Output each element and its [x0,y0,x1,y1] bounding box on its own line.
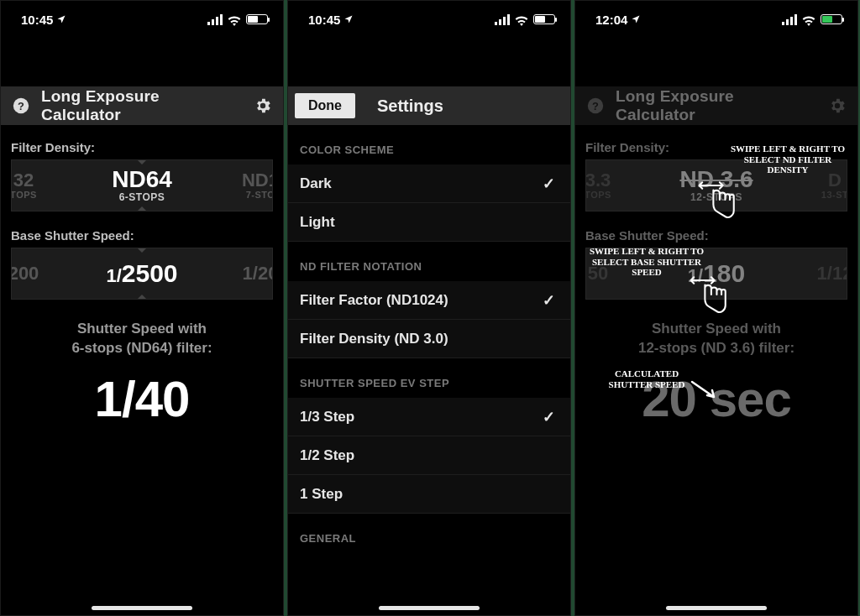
section-general: GENERAL [288,514,570,553]
filter-density-label: Filter Density: [11,140,273,154]
section-color-scheme: COLOR SCHEME [288,125,570,164]
filter-selected: ND64 6-STOPS [112,168,172,203]
base-shutter-label: Base Shutter Speed: [585,228,847,243]
status-time: 10:45 [308,13,340,27]
base-shutter-picker[interactable]: 50 1/180 1/12 [585,248,847,300]
filter-density-label: Filter Density: [585,140,847,154]
battery-icon [533,14,555,24]
screen-calculator: 10:45 ? Long Exposure Calculator [0,0,284,616]
app-title: Long Exposure Calculator [41,87,243,124]
section-nd-notation: ND FILTER NOTATION [288,242,570,281]
help-button[interactable]: ? [9,94,33,117]
filter-prev: 32 TOPS [11,160,57,211]
settings-navbar: Done Settings [288,86,570,125]
checkmark-icon: ✓ [543,291,555,310]
settings-button[interactable] [251,94,275,117]
filter-density-picker[interactable]: 3.3 TOPS ND 3.6 12-STOPS D 13-ST [585,159,847,211]
home-indicator[interactable] [379,606,480,610]
status-time: 12:04 [595,13,627,27]
option-label: Light [300,214,335,231]
option-filter-density[interactable]: Filter Density (ND 3.0) [288,320,570,358]
result-value: 1/40 [11,370,273,428]
option-label: Dark [300,175,332,192]
shutter-next: 1/20 [227,248,273,299]
filter-next: ND1 7-STO [227,160,273,211]
option-filter-factor[interactable]: Filter Factor (ND1024) ✓ [288,281,570,320]
filter-selected: ND 3.6 12-STOPS [679,168,752,203]
shutter-next: 1/12 [801,248,847,299]
status-bar: 12:04 [575,1,857,38]
option-label: Filter Density (ND 3.0) [300,331,448,347]
option-label: Filter Factor (ND1024) [300,292,448,309]
cellular-signal-icon [207,14,223,25]
settings-button[interactable] [826,94,849,117]
status-bar: 10:45 [288,1,570,38]
status-time: 10:45 [21,13,53,27]
battery-charging-icon [821,14,842,24]
filter-next: D 13-ST [801,160,847,211]
battery-icon [246,14,268,24]
screen-settings: 10:45 Done Settings COLOR SCHEME Dark ✓ [287,0,571,616]
checkmark-icon: ✓ [543,408,555,426]
help-button[interactable]: ? [584,94,607,117]
wifi-icon [802,14,815,24]
app-bar: ? Long Exposure Calculator [575,86,857,125]
shutter-prev: 200 [11,248,57,299]
filter-density-picker[interactable]: 32 TOPS ND64 6-STOPS ND1 7-STO [11,159,273,211]
option-full-step[interactable]: 1 Step [288,475,570,514]
result-value: 20 sec [585,370,847,428]
result-label: Shutter Speed with6-stops (ND64) filter: [11,320,273,358]
option-label: 1/2 Step [300,447,354,464]
option-third-step[interactable]: 1/3 Step ✓ [288,398,570,436]
option-half-step[interactable]: 1/2 Step [288,436,570,475]
screen-tutorial: 12:04 ? Long Exposure Calculator [574,0,858,616]
home-indicator[interactable] [92,606,192,610]
svg-text:?: ? [592,100,599,112]
shutter-prev: 50 [585,248,632,299]
app-bar: ? Long Exposure Calculator [1,86,283,125]
settings-title: Settings [377,97,443,116]
option-dark[interactable]: Dark ✓ [288,164,570,203]
shutter-selected: 1/2500 [106,261,177,286]
location-icon [343,13,354,27]
option-light[interactable]: Light [288,203,570,242]
done-button[interactable]: Done [295,93,355,118]
status-bar: 10:45 [1,1,283,38]
wifi-icon [228,14,241,24]
option-label: 1 Step [300,486,343,503]
option-label: 1/3 Step [300,409,354,425]
section-ev-step: SHUTTER SPEED EV STEP [288,358,570,398]
wifi-icon [515,14,528,24]
base-shutter-picker[interactable]: 200 1/2500 1/20 [11,248,273,300]
cellular-signal-icon [782,14,797,25]
result-label: Shutter Speed with12-stops (ND 3.6) filt… [585,320,847,358]
filter-prev: 3.3 TOPS [585,160,632,211]
shutter-selected: 1/180 [688,261,745,286]
cellular-signal-icon [495,14,510,25]
location-icon [631,13,641,27]
location-icon [56,13,66,27]
base-shutter-label: Base Shutter Speed: [11,228,273,243]
svg-text:?: ? [18,100,24,112]
home-indicator[interactable] [666,606,767,610]
app-title: Long Exposure Calculator [616,87,817,124]
checkmark-icon: ✓ [543,175,555,193]
